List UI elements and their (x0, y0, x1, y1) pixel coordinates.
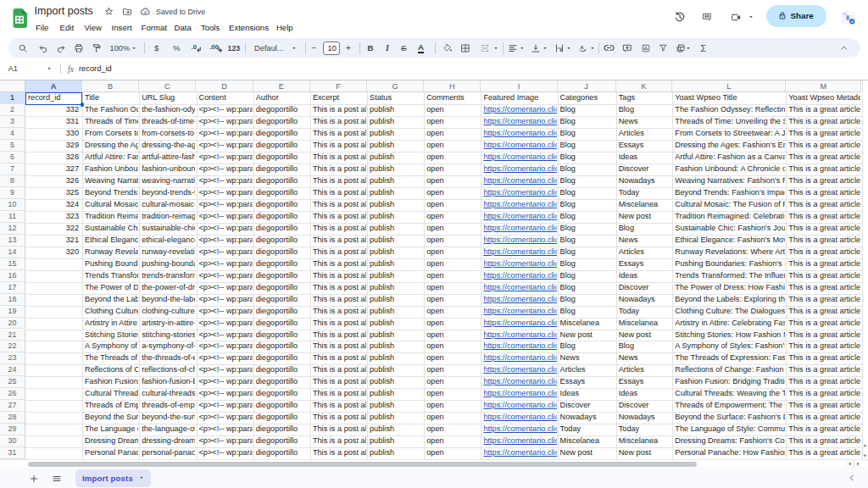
svg-text:.0: .0 (192, 43, 197, 51)
svg-text:A: A (581, 44, 584, 49)
svg-text:.00: .00 (209, 43, 220, 51)
